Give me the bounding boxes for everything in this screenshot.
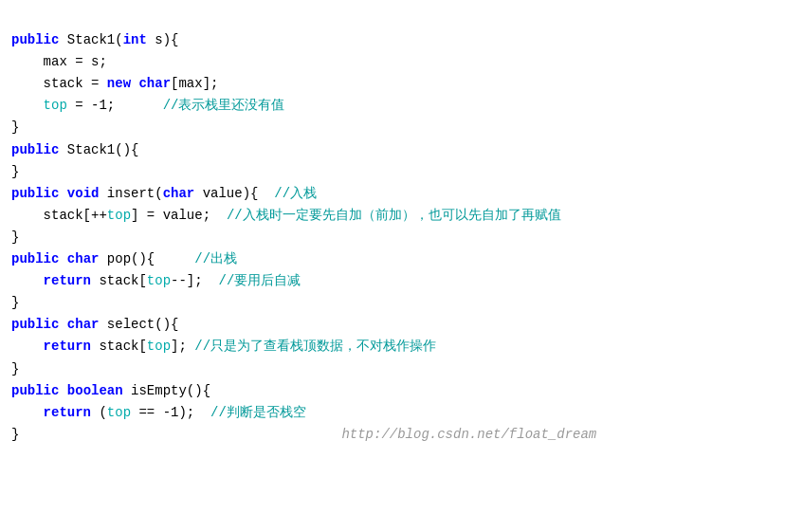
code-line: public Stack1(){ — [11, 139, 792, 161]
code-token: == -1); — [131, 402, 210, 424]
code-token: ( — [91, 402, 107, 424]
code-line: return (top == -1); //判断是否栈空 — [11, 402, 792, 424]
code-token: top — [147, 336, 171, 358]
code-token: //只是为了查看栈顶数据，不对栈作操作 — [194, 336, 436, 358]
code-line: public char select(){ — [11, 314, 792, 336]
code-token: value){ — [194, 183, 274, 205]
code-token: return — [44, 402, 91, 424]
code-line: }http://blog.csdn.net/float_dream — [11, 424, 792, 446]
code-token: = -1; — [67, 95, 163, 117]
code-line: } — [11, 117, 792, 138]
code-token: top — [107, 205, 131, 227]
code-token: top — [11, 95, 67, 117]
watermark-text: http://blog.csdn.net/float_dream — [341, 424, 596, 446]
code-token: [max]; — [171, 73, 218, 95]
code-token: top — [107, 402, 131, 424]
code-token: char — [138, 73, 171, 95]
code-line: public boolean isEmpty(){ — [11, 380, 792, 402]
code-token: new — [107, 73, 131, 95]
code-token: //出栈 — [194, 248, 237, 270]
code-token: } — [11, 424, 19, 446]
code-line: top = -1; //表示栈里还没有值 — [11, 95, 792, 117]
code-token — [59, 248, 66, 270]
code-token: select(){ — [99, 314, 178, 336]
code-line: return stack[top--]; //要用后自减 — [11, 270, 792, 292]
code-token: } — [11, 161, 19, 183]
code-token: return — [44, 270, 91, 292]
code-token: char — [67, 314, 100, 336]
code-token — [59, 183, 66, 205]
code-token: Stack1(){ — [59, 139, 138, 161]
code-token: public — [11, 380, 59, 402]
code-token — [59, 29, 66, 51]
code-token: //判断是否栈空 — [210, 402, 306, 424]
code-block: public Stack1(int s){ max = s; stack = n… — [0, 0, 803, 532]
code-line: public char pop(){ //出栈 — [11, 248, 792, 270]
code-token: stack[ — [91, 270, 147, 292]
code-line: } — [11, 161, 792, 183]
code-line: } — [11, 292, 792, 314]
code-token: //入栈时一定要先自加（前加），也可以先自加了再赋值 — [227, 205, 561, 227]
code-token: //要用后自减 — [218, 270, 301, 292]
code-token: isEmpty(){ — [123, 380, 210, 402]
code-token: boolean — [67, 380, 123, 402]
code-token: public — [11, 183, 59, 205]
code-token: int — [123, 29, 147, 51]
code-token: stack[++ — [11, 205, 107, 227]
code-token: stack[ — [91, 336, 147, 358]
code-token: } — [11, 358, 19, 380]
code-token: ] = value; — [131, 205, 227, 227]
code-line: max = s; — [11, 51, 792, 73]
code-token: } — [11, 117, 19, 138]
code-line: stack[++top] = value; //入栈时一定要先自加（前加），也可… — [11, 205, 792, 227]
code-line: return stack[top]; //只是为了查看栈顶数据，不对栈作操作 — [11, 336, 792, 358]
code-token — [131, 73, 138, 95]
code-token: void — [67, 183, 100, 205]
code-token: //表示栈里还没有值 — [163, 95, 285, 117]
code-token: return — [44, 336, 91, 358]
code-token: public — [11, 248, 59, 270]
code-token: stack = — [11, 73, 107, 95]
code-token: pop(){ — [99, 248, 194, 270]
code-token: char — [163, 183, 195, 205]
code-token — [59, 314, 66, 336]
code-token: ]; — [171, 336, 194, 358]
code-token — [11, 270, 44, 292]
code-token: Stack1( — [67, 29, 123, 51]
code-token: max = s; — [11, 51, 107, 73]
code-token — [11, 402, 44, 424]
code-line: public void insert(char value){ //入栈 — [11, 183, 792, 205]
code-token — [11, 336, 44, 358]
code-token: s){ — [147, 29, 179, 51]
code-token: //入栈 — [274, 183, 317, 205]
code-line: stack = new char[max]; — [11, 73, 792, 95]
code-token: insert( — [99, 183, 162, 205]
code-line: } — [11, 358, 792, 380]
code-token: top — [147, 270, 171, 292]
code-token — [59, 380, 66, 402]
code-token: public — [11, 29, 59, 51]
code-line: } — [11, 227, 792, 248]
code-token: public — [11, 139, 59, 161]
code-token: } — [11, 292, 19, 314]
code-token: } — [11, 227, 19, 248]
code-token: char — [67, 248, 100, 270]
code-line: public Stack1(int s){ — [11, 29, 792, 51]
code-token: public — [11, 314, 59, 336]
code-token: --]; — [171, 270, 218, 292]
